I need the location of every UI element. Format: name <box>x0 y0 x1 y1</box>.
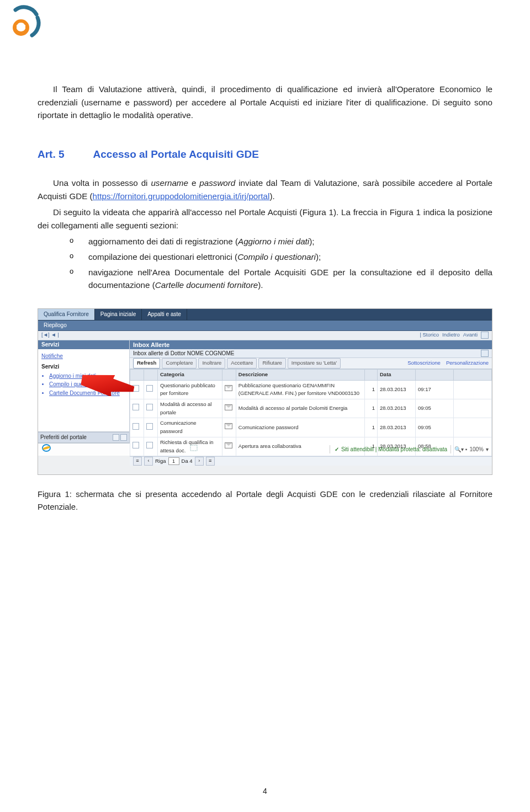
column-header[interactable]: Categoria <box>158 369 222 380</box>
toolbar-button[interactable]: Rifiutare <box>258 358 285 368</box>
article-number: Art. 5 <box>38 146 65 162</box>
toolbar-link[interactable]: Personalizzazione <box>446 359 489 367</box>
bullet-item: compilazione dei questionari elettronici… <box>70 250 492 264</box>
article-title: Accesso al Portale Acquisiti GDE <box>93 146 259 162</box>
paragraph-access: Una volta in possesso di username e pass… <box>38 177 492 202</box>
toolbar-button[interactable]: Accettare <box>227 358 257 368</box>
minimize-icon[interactable] <box>481 350 489 357</box>
checkbox[interactable] <box>132 423 139 430</box>
svg-rect-3 <box>190 445 197 451</box>
nav-tab[interactable]: Qualifica Fornitore <box>38 309 95 320</box>
envelope-icon <box>225 404 232 410</box>
pager-prev[interactable]: ‹ <box>144 457 153 466</box>
toolbar-link[interactable]: Sottoscrizione <box>407 359 441 367</box>
bullet-item: navigazione nell'Area Documentale del Po… <box>70 266 492 292</box>
checkbox[interactable] <box>132 404 139 410</box>
sidebar-link[interactable]: Aggiorno i miei dati <box>49 372 126 381</box>
toolbar-button[interactable]: Completare <box>162 358 197 368</box>
sidebar-pref-icons[interactable] <box>113 434 127 441</box>
envelope-icon <box>225 442 232 448</box>
figure-caption: Figura 1: schermata che si presenta acce… <box>38 488 492 514</box>
column-header[interactable] <box>454 369 492 380</box>
history-collapse-icon[interactable] <box>481 332 489 339</box>
pager-first[interactable]: ≡ <box>133 457 142 466</box>
status-trusted: Siti attendibili | Modalità protetta: di… <box>341 445 447 454</box>
pager-last[interactable]: ≡ <box>206 457 215 466</box>
toolbar-button[interactable]: Inoltrare <box>198 358 225 368</box>
paragraph-figure-intro: Di seguito la videata che apparirà all'a… <box>38 206 492 232</box>
status-separator-icon <box>58 445 330 454</box>
inbox-subtitle: Inbox allerte di Dottor NOME COGNOME <box>133 349 234 358</box>
zoom-value: 100% <box>469 445 484 454</box>
article-heading: Art. 5 Accesso al Portale Acquisiti GDE <box>38 146 492 162</box>
bullet-item: aggiornamento dei dati di registrazione … <box>70 235 492 248</box>
pager-input[interactable]: 1 <box>168 457 179 465</box>
paragraph-intro: Il Team di Valutazione attiverà, quindi,… <box>38 83 492 122</box>
nav-tab[interactable]: Appalti e aste <box>142 309 187 320</box>
portal-link[interactable]: https://fornitori.gruppodolomitienergia.… <box>93 191 270 201</box>
sidebar-servizi-label: Servizi <box>41 362 126 371</box>
column-header[interactable] <box>416 369 454 380</box>
envelope-icon <box>225 423 232 429</box>
brand-logo <box>6 4 45 48</box>
checkbox[interactable] <box>146 423 153 430</box>
zoom-tools-icon[interactable]: 🔍▾ ▪ <box>454 445 467 454</box>
riepilogo-bar: Riepilogo <box>38 320 492 331</box>
sidebar-link[interactable]: Compilo i questionari <box>49 380 126 389</box>
checkbox[interactable] <box>132 385 139 392</box>
sidebar-title: Servizi <box>38 340 129 349</box>
column-header[interactable] <box>365 369 378 380</box>
history-collapse[interactable]: [◄] ◄ | <box>41 331 59 339</box>
page-number: 4 <box>0 786 530 798</box>
history-link[interactable]: | Storico <box>420 331 439 339</box>
ie-logo-icon <box>41 444 58 455</box>
table-row[interactable]: Modalità di accesso al portaleModalità d… <box>130 399 492 418</box>
embedded-screenshot: Qualifica FornitorePagina inizialeAppalt… <box>38 308 492 475</box>
column-header[interactable] <box>144 369 158 380</box>
column-header[interactable]: Data <box>378 369 416 380</box>
inbox-title: Inbox Allerte <box>130 340 492 349</box>
column-header[interactable] <box>222 369 236 380</box>
checkbox[interactable] <box>146 385 153 392</box>
column-header[interactable]: Descrizione <box>236 369 364 380</box>
pager-next[interactable]: › <box>195 457 204 466</box>
envelope-icon <box>225 385 232 391</box>
table-row[interactable]: Questionario pubblicato per fornitorePub… <box>130 380 492 399</box>
table-row[interactable]: Comunicazione passwordComunicazione pass… <box>130 418 492 437</box>
toolbar-button[interactable]: Impostare su 'Letta' <box>288 358 341 368</box>
nav-tab[interactable]: Pagina iniziale <box>95 309 142 320</box>
zoom-dropdown-icon[interactable]: ▾ <box>486 445 489 454</box>
sidebar-preferiti: Preferiti del portale <box>40 433 87 442</box>
sidebar-link[interactable]: Cartelle Documenti Fornitore <box>49 389 126 398</box>
sidebar-notifiche[interactable]: Notifiche <box>41 352 126 361</box>
history-link[interactable]: Indietro <box>442 331 460 339</box>
toolbar-button[interactable]: Refresh <box>133 358 160 368</box>
history-link[interactable]: Avanti <box>463 331 478 339</box>
column-header[interactable] <box>130 369 144 380</box>
check-icon: ✓ <box>335 445 339 454</box>
checkbox[interactable] <box>146 404 153 410</box>
